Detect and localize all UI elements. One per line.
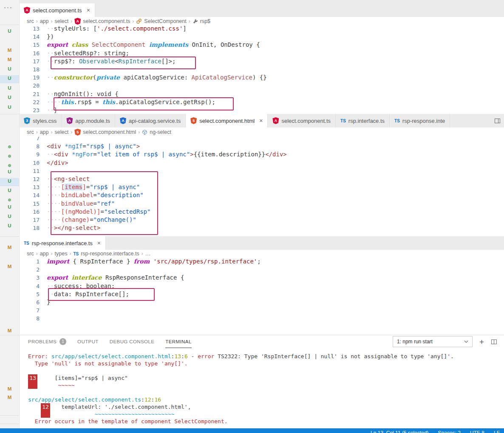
terminal-picker[interactable]: 1: npm run start (393, 336, 473, 347)
code-line: export interface RspResponseInterface { (47, 274, 184, 282)
terminal-line: Type 'null' is not assignable to type 'a… (28, 360, 504, 367)
line-number: 8 (19, 142, 40, 150)
breadcrumb-item-src[interactable]: src (27, 251, 34, 257)
terminal-line: templateUrl: './select.component.html', (28, 403, 504, 410)
new-terminal-button[interactable]: + (479, 338, 484, 346)
angular-red-icon: A (24, 7, 30, 14)
line-number: 18 (19, 224, 40, 232)
line-number: 13 (19, 25, 40, 33)
breadcrumb-item-app[interactable]: app (40, 18, 49, 24)
panel-tab-output[interactable]: OUTPUT (77, 335, 99, 348)
annotation-box (51, 57, 196, 69)
tab-select-component-ts[interactable]: Aselect.component.ts (268, 114, 336, 127)
split-editor-button[interactable] (491, 114, 504, 127)
breadcrumb-item-src[interactable]: src (27, 18, 34, 24)
status-item-utf-8[interactable]: UTF-8 (470, 430, 484, 433)
panel-tab-label: PROBLEMS (28, 339, 57, 344)
strip-divider (0, 25, 19, 25)
terminal-output[interactable]: 1312Error: src/app/select/select.compone… (19, 353, 504, 428)
tab-select-component-ts[interactable]: Aselect.component.ts× (19, 3, 95, 17)
breadcrumb-item-select[interactable]: select (55, 18, 69, 24)
angular-purple-icon: A (66, 117, 73, 124)
modified-dot (8, 198, 11, 201)
line-number: 11 (19, 167, 40, 175)
breadcrumb-label: src (27, 18, 34, 24)
typescript-icon: TS (394, 119, 400, 123)
breadcrumb-item-select[interactable]: select (55, 129, 69, 135)
tab-styles-css[interactable]: 3styles.css (19, 114, 62, 127)
line-number: 20 (19, 82, 40, 90)
breadcrumb-item-rsp-response-interface-ts[interactable]: TSrsp-response.interface.ts (73, 251, 139, 257)
close-icon[interactable]: × (87, 7, 90, 13)
git-badge-untracked: U (0, 85, 19, 91)
tab-app-module-ts[interactable]: Aapp.module.ts (62, 114, 115, 127)
tab-rsp-response-interface-ts[interactable]: TSrsp-response.interface.ts× (19, 236, 106, 250)
line-number: 2 (19, 266, 40, 274)
panel-tab-label: TERMINAL (165, 339, 191, 344)
breadcrumb-item-selectcomponent[interactable]: SelectComponent (136, 18, 186, 24)
more-actions-icon[interactable]: ··· (4, 3, 13, 11)
typescript-icon: TS (24, 241, 29, 246)
breadcrumb-item-ng-select[interactable]: ng-select (142, 129, 171, 135)
breadcrumb-separator: › (71, 129, 72, 135)
tab-bar-group-3: TSrsp-response.interface.ts× (19, 236, 504, 250)
breadcrumb-item-rsp$[interactable]: rsp$ (193, 18, 210, 24)
chevron-down-icon (464, 340, 468, 343)
tab-rsp-interface-ts[interactable]: TSrsp.interface.ts (336, 114, 390, 127)
tab-api-catalog-service-ts[interactable]: Aapi-catalog.service.ts (115, 114, 186, 127)
tab-bar-group-2: 3styles.cssAapp.module.tsAapi-catalog.se… (19, 114, 504, 127)
git-badge-untracked: U (0, 94, 19, 101)
breadcrumb-separator: › (36, 18, 38, 24)
terminal-line (28, 389, 504, 396)
line-number: 15 (19, 41, 40, 49)
breadcrumb-label: types (55, 251, 68, 257)
panel-tab-label: DEBUG CONSOLE (110, 339, 155, 344)
git-badge-modified: M (0, 263, 19, 270)
html-icon: 5 (190, 117, 197, 124)
line-number: 5 (19, 290, 40, 298)
line-number: 18 (19, 65, 40, 74)
breadcrumb-group-2: src›app›select›5select.component.html›ng… (19, 127, 504, 137)
breadcrumb-label: app (40, 129, 49, 135)
breadcrumb-item-select-component-html[interactable]: 5select.component.html (74, 129, 136, 136)
git-badge-modified: M (0, 327, 19, 334)
terminal-line: Error: src/app/select/select.component.h… (28, 353, 504, 360)
git-badge-modified: M (0, 394, 19, 401)
angular-blue-icon: A (120, 117, 126, 124)
annotation-box (48, 288, 155, 301)
strip-divider (0, 415, 19, 416)
annotation-box (54, 97, 234, 110)
breadcrumb-label: select.component.html (83, 129, 136, 135)
tab-bar-group-1: Aselect.component.ts× (19, 0, 504, 17)
git-badge-untracked: U (0, 104, 19, 110)
breadcrumb-item-select-component-ts[interactable]: Aselect.component.ts (74, 18, 130, 25)
panel-tab-debug-console[interactable]: DEBUG CONSOLE (110, 335, 155, 348)
panel-tab-terminal[interactable]: TERMINAL (165, 335, 191, 348)
line-number: 17 (19, 216, 40, 224)
line-number: 23 (19, 106, 40, 114)
tab-select-component-html[interactable]: 5select.component.html× (186, 114, 268, 127)
close-icon[interactable]: × (97, 240, 101, 246)
panel-tab-problems[interactable]: PROBLEMS1 (28, 335, 66, 348)
breadcrumb-item-app[interactable]: app (40, 251, 49, 257)
status-item-spaces-2[interactable]: Spaces: 2 (438, 430, 461, 433)
breadcrumb-item-[interactable]: … (145, 251, 151, 257)
breadcrumb-group-1: src›app›select›Aselect.component.ts›Sele… (19, 17, 504, 25)
breadcrumb-item-types[interactable]: types (55, 251, 68, 257)
close-icon[interactable]: × (259, 118, 263, 124)
tab-label: api-catalog.service.ts (129, 118, 181, 124)
split-terminal-icon[interactable] (491, 339, 497, 345)
breadcrumb-item-app[interactable]: app (40, 129, 49, 135)
breadcrumb-group-3: src›app›types›TSrsp-response.interface.t… (19, 250, 504, 258)
code-line: </div> (47, 159, 68, 167)
git-badge-untracked: U (0, 178, 19, 184)
typescript-icon: TS (340, 119, 346, 123)
terminal-line: ~~~~~~~~~~~~~~~~~~~~~~~~ (28, 410, 504, 418)
breadcrumb-item-src[interactable]: src (27, 129, 34, 135)
breadcrumb-label: rsp-response.interface.ts (81, 251, 139, 257)
status-item-ln-13-col-11-5-selected[interactable]: Ln 13, Col 11 (5 selected) (371, 430, 429, 433)
tab-rsp-response-inte[interactable]: TSrsp-response.inte (390, 114, 450, 127)
line-number: 19 (19, 74, 40, 82)
status-item-lf[interactable]: LF (494, 430, 500, 433)
code-line: <div *ngIf="rsp$ | async"> (47, 142, 140, 150)
